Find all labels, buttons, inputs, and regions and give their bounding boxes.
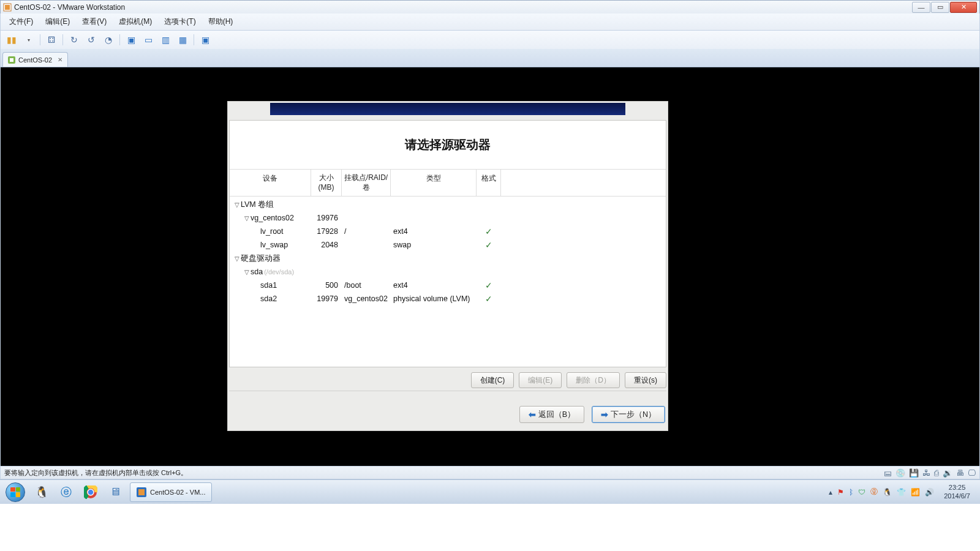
- close-button[interactable]: ✕: [950, 2, 977, 13]
- header-format: 格式: [477, 170, 501, 196]
- check-icon: ✓: [477, 280, 501, 290]
- clock-icon[interactable]: ◔: [103, 34, 114, 45]
- lv-swap[interactable]: lv_swap 2048 swap ✓: [230, 238, 666, 252]
- tabbar: CentOS-02 ✕: [0, 49, 980, 67]
- back-button[interactable]: ⬅返回（B）: [519, 406, 584, 423]
- lv-root-size: 17928: [311, 227, 342, 236]
- partition-sda1[interactable]: sda1 500 /boot ext4 ✓: [230, 279, 666, 292]
- chevron-down-icon[interactable]: ▽: [243, 215, 251, 222]
- separator: [62, 34, 63, 45]
- vg-centos02[interactable]: ▽vg_centos02 19976: [230, 211, 666, 225]
- task-label: CentOS-02 - VM...: [150, 489, 205, 496]
- group-lvm-label: LVM 卷组: [241, 200, 274, 210]
- pause-icon[interactable]: ▮▮: [6, 34, 17, 45]
- fullscreen-icon[interactable]: ▣: [200, 34, 211, 45]
- toolbar: ▮▮ ▾ ⚃ ↻ ↺ ◔ ▣ ▭ ▥ ▦ ▣: [0, 31, 980, 49]
- menu-edit[interactable]: 编辑(E): [39, 15, 76, 29]
- app-root: CentOS-02 - VMware Workstation — ▭ ✕ 文件(…: [0, 0, 980, 551]
- status-hint: 要将输入定向到该虚拟机，请在虚拟机内部单击或按 Ctrl+G。: [4, 468, 187, 478]
- pinned-qq[interactable]: 🐧: [29, 481, 54, 503]
- svg-rect-1: [5, 5, 10, 10]
- sda2-name: sda2: [230, 294, 311, 303]
- network-icon[interactable]: 🖧: [922, 468, 930, 478]
- sda2-size: 19979: [311, 294, 342, 303]
- sda1-name: sda1: [230, 281, 311, 290]
- clock-time: 23:25: [944, 484, 970, 492]
- menu-file[interactable]: 文件(F): [3, 15, 39, 29]
- clock-date: 2014/6/7: [944, 492, 970, 501]
- lv-root-type: ext4: [391, 227, 477, 236]
- lv-root[interactable]: lv_root 17928 / ext4 ✓: [230, 225, 666, 238]
- sda-devpath: (/dev/sda): [264, 268, 294, 276]
- usb-icon[interactable]: ⎙: [934, 468, 939, 478]
- lv-swap-size: 2048: [311, 241, 342, 249]
- multiscreen3-icon[interactable]: ▥: [160, 34, 171, 45]
- printer-icon[interactable]: 🖶: [956, 468, 964, 478]
- header-type: 类型: [391, 170, 477, 196]
- refresh-icon[interactable]: ↻: [69, 34, 80, 45]
- sda1-size: 500: [311, 281, 342, 290]
- volume-icon[interactable]: 🔊: [925, 488, 934, 497]
- clock-back-icon[interactable]: ↺: [86, 34, 97, 45]
- back-label: 返回（B）: [538, 410, 575, 420]
- sogou-icon[interactable]: ⓖ: [870, 487, 878, 497]
- signal-icon[interactable]: 📶: [911, 488, 920, 497]
- floppy-icon[interactable]: 💾: [909, 468, 919, 478]
- vm-display[interactable]: 请选择源驱动器 设备 大小(MB) 挂载点/RAID/卷 类型 格式 ▽LVM …: [0, 67, 980, 466]
- windows-logo-icon: [6, 482, 25, 502]
- sda2-mount: vg_centos02: [342, 294, 391, 303]
- start-button[interactable]: [1, 481, 29, 503]
- multiscreen2-icon[interactable]: ▭: [143, 34, 154, 45]
- tab-close-icon[interactable]: ✕: [58, 56, 62, 63]
- vmware-app-icon: [3, 3, 12, 12]
- reset-button[interactable]: 重设(s): [625, 372, 666, 388]
- skin-icon[interactable]: 👕: [897, 488, 906, 497]
- flag-icon[interactable]: ⚑: [837, 488, 844, 497]
- minimize-button[interactable]: —: [912, 2, 930, 13]
- header-mount: 挂载点/RAID/卷: [342, 170, 391, 196]
- sound-icon[interactable]: 🔉: [943, 468, 952, 478]
- unity-icon[interactable]: ▦: [177, 34, 188, 45]
- group-lvm[interactable]: ▽LVM 卷组: [230, 198, 666, 211]
- hdd-icon[interactable]: 🖴: [884, 468, 892, 478]
- svg-rect-3: [10, 58, 13, 62]
- taskbar-item-vmware[interactable]: CentOS-02 - VM...: [130, 482, 212, 502]
- chevron-down-icon[interactable]: ▽: [233, 255, 241, 262]
- menu-vm[interactable]: 虚拟机(M): [113, 15, 158, 29]
- menu-view[interactable]: 查看(V): [76, 15, 113, 29]
- chevron-down-icon[interactable]: ▽: [233, 201, 241, 208]
- clock[interactable]: 23:25 2014/6/7: [939, 484, 975, 501]
- create-button[interactable]: 创建(C): [471, 372, 514, 388]
- shield-icon[interactable]: 🛡: [858, 488, 865, 497]
- qq-tray-icon[interactable]: 🐧: [883, 488, 892, 497]
- pinned-explorer[interactable]: 🖥: [103, 481, 127, 503]
- screen-icon[interactable]: ⚃: [46, 34, 57, 45]
- chrome-icon: [84, 485, 97, 499]
- header-device: 设备: [230, 170, 311, 196]
- pinned-ie[interactable]: ⓔ: [54, 481, 78, 503]
- next-label: 下一步（N）: [611, 410, 656, 420]
- next-button[interactable]: ➡下一步（N）: [592, 406, 665, 423]
- chevron-down-icon[interactable]: ▽: [243, 269, 251, 276]
- bluetooth-icon[interactable]: ᛒ: [849, 488, 853, 497]
- window-title: CentOS-02 - VMware Workstation: [14, 3, 125, 12]
- chevron-up-icon[interactable]: ▴: [829, 488, 832, 497]
- menu-help[interactable]: 帮助(H): [202, 15, 239, 29]
- group-harddrives[interactable]: ▽硬盘驱动器: [230, 252, 666, 265]
- maximize-button[interactable]: ▭: [931, 2, 949, 13]
- cd-icon[interactable]: 💿: [895, 468, 905, 478]
- titlebar: CentOS-02 - VMware Workstation — ▭ ✕: [0, 0, 980, 13]
- pinned-chrome[interactable]: [78, 481, 103, 503]
- menu-tabs[interactable]: 选项卡(T): [158, 15, 202, 29]
- partition-button-row: 创建(C) 编辑(E) 删除（D） 重设(s): [229, 372, 666, 389]
- partition-sda2[interactable]: sda2 19979 vg_centos02 physical volume (…: [230, 292, 666, 305]
- arrow-left-icon: ⬅: [529, 410, 536, 419]
- vm-tab-centos02[interactable]: CentOS-02 ✕: [2, 52, 68, 67]
- vm-tab-icon: [8, 56, 15, 64]
- dropdown-arrow-icon[interactable]: ▾: [23, 34, 34, 45]
- check-icon: ✓: [477, 240, 501, 250]
- multiscreen1-icon[interactable]: ▣: [126, 34, 137, 45]
- disk-sda[interactable]: ▽sda(/dev/sda): [230, 265, 666, 279]
- display-icon[interactable]: 🖵: [968, 468, 976, 478]
- sda1-type: ext4: [391, 281, 477, 290]
